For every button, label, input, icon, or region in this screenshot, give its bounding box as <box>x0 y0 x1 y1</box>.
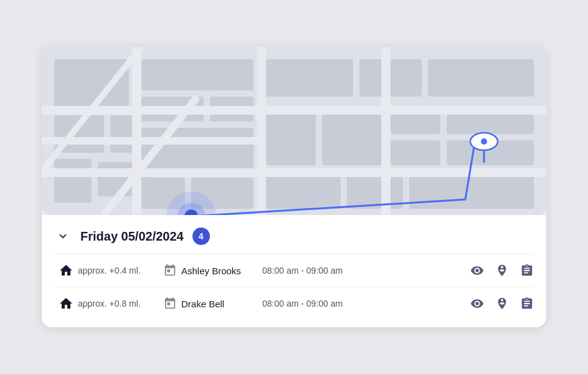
svg-rect-26 <box>381 47 391 215</box>
trip-distance: approx. +0.4 ml. <box>78 266 159 276</box>
person-pin-icon[interactable] <box>495 264 509 277</box>
svg-rect-24 <box>132 47 141 215</box>
home-icon <box>54 296 78 311</box>
svg-rect-1 <box>54 59 129 109</box>
date-label: Friday 05/02/2024 <box>80 229 184 244</box>
trip-person-name: Drake Bell <box>181 299 262 309</box>
calendar-icon <box>159 297 181 310</box>
trip-time: 08:00 am - 09:00 am <box>262 299 470 309</box>
collapse-button[interactable] <box>54 228 72 245</box>
trip-actions <box>470 264 534 277</box>
list-section: Friday 05/02/2024 4 approx. +0.4 ml. Ash… <box>42 215 546 327</box>
calendar-icon <box>159 264 181 277</box>
trip-row: approx. +0.4 ml. Ashley Brooks 08:00 am … <box>54 254 534 287</box>
home-icon <box>54 263 78 278</box>
map-svg <box>42 47 546 215</box>
svg-rect-27 <box>42 106 546 115</box>
trip-person-name: Ashley Brooks <box>181 266 262 276</box>
trip-list: approx. +0.4 ml. Ashley Brooks 08:00 am … <box>54 254 534 320</box>
assignment-icon[interactable] <box>520 264 534 277</box>
svg-rect-6 <box>141 59 254 90</box>
view-icon[interactable] <box>470 297 484 310</box>
trip-row: approx. +0.8 ml. Drake Bell 08:00 am - 0… <box>54 287 534 320</box>
date-header: Friday 05/02/2024 4 <box>54 215 534 254</box>
map-section <box>42 47 546 215</box>
svg-rect-25 <box>257 47 266 215</box>
assignment-icon[interactable] <box>520 297 534 310</box>
svg-rect-15 <box>266 109 316 165</box>
svg-rect-29 <box>42 137 260 145</box>
svg-rect-12 <box>266 59 353 97</box>
main-card: Friday 05/02/2024 4 approx. +0.4 ml. Ash… <box>42 47 546 327</box>
svg-rect-4 <box>54 159 92 203</box>
trip-distance: approx. +0.8 ml. <box>78 299 159 309</box>
svg-rect-14 <box>428 59 534 97</box>
trip-count-badge: 4 <box>192 228 210 245</box>
view-icon[interactable] <box>470 264 484 277</box>
svg-rect-19 <box>391 140 440 165</box>
svg-point-36 <box>481 138 487 145</box>
trip-time: 08:00 am - 09:00 am <box>262 266 470 276</box>
person-pin-icon[interactable] <box>495 297 509 310</box>
svg-rect-16 <box>322 109 384 165</box>
trip-actions <box>470 297 534 310</box>
